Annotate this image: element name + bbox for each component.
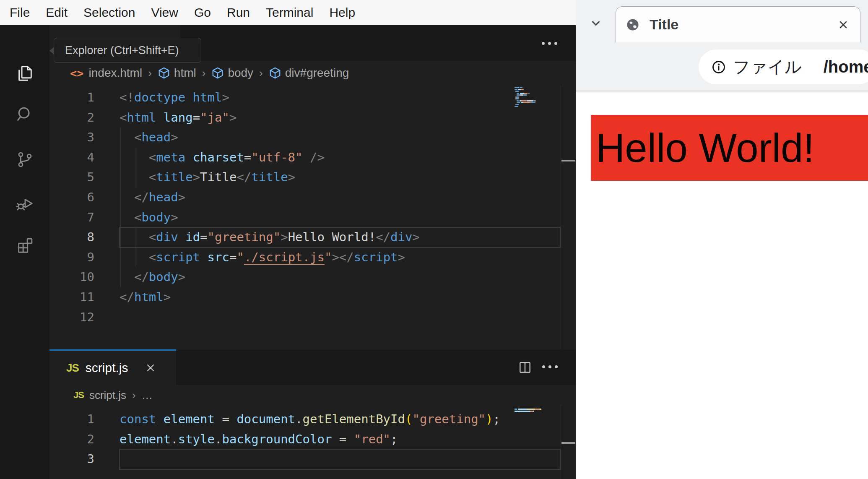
menu-selection[interactable]: Selection <box>75 5 143 20</box>
browser-window: Title ファイル /home/u Hello World! <box>576 0 868 479</box>
symbol-cube-icon <box>211 67 224 79</box>
code-line[interactable]: 12 <box>49 307 576 328</box>
greeting-div: Hello World! <box>591 115 868 181</box>
code-line[interactable]: 6 </head> <box>49 187 576 208</box>
menu-help[interactable]: Help <box>321 5 363 20</box>
tab-title: Title <box>650 16 837 33</box>
tooltip-arrow-icon <box>49 47 54 55</box>
line-number: 9 <box>49 247 94 268</box>
source-control-icon[interactable] <box>0 139 49 180</box>
screen: File Edit Selection View Go Run Terminal… <box>0 0 868 479</box>
code-line[interactable]: 11</html> <box>49 287 576 307</box>
line-number: 2 <box>49 430 94 450</box>
close-icon[interactable] <box>144 362 157 374</box>
run-debug-icon[interactable] <box>0 183 49 224</box>
code-line[interactable]: 2element.style.backgroundColor = "red"; <box>49 430 576 450</box>
menu-bar: File Edit Selection View Go Run Terminal… <box>0 0 576 25</box>
breadcrumb-more[interactable]: … <box>142 389 153 402</box>
js-file-icon: JS <box>66 362 79 375</box>
breadcrumb: <> index.html › html › body › <box>49 61 576 85</box>
browser-tab[interactable]: Title <box>616 6 860 42</box>
browser-toolbar: ファイル /home/u <box>576 42 868 91</box>
activity-bar <box>0 25 49 479</box>
code-line[interactable]: 4 <meta charset="utf-8" /> <box>49 148 576 168</box>
line-number: 2 <box>49 108 94 128</box>
line-number: 1 <box>49 409 94 430</box>
js-editor[interactable]: 1const element = document.getElementById… <box>49 405 576 479</box>
breadcrumb-separator: › <box>202 67 206 80</box>
menu-file[interactable]: File <box>2 5 38 20</box>
menu-terminal[interactable]: Terminal <box>258 5 321 20</box>
line-number: 11 <box>49 287 94 307</box>
breadcrumb-file[interactable]: index.html <box>89 66 143 80</box>
menu-run[interactable]: Run <box>219 5 258 20</box>
breadcrumb-separator: › <box>259 67 263 80</box>
line-number: 12 <box>49 307 94 328</box>
breadcrumb-file[interactable]: script.js <box>89 389 126 402</box>
html-file-icon: <> <box>70 67 84 80</box>
code-line[interactable]: 7 <body> <box>49 208 576 228</box>
code-line[interactable]: 3 <head> <box>49 128 576 148</box>
menu-go[interactable]: Go <box>186 5 219 20</box>
code-line[interactable]: 9 <script src="./script.js"></script> <box>49 247 576 268</box>
vscode-window: File Edit Selection View Go Run Terminal… <box>0 0 576 479</box>
breadcrumb-js: JS script.js › … <box>49 385 576 405</box>
editor-tab-bar-bottom: JS script.js <box>49 349 576 385</box>
globe-icon <box>625 17 640 32</box>
more-actions-icon[interactable] <box>542 365 558 368</box>
breadcrumb-body[interactable]: body <box>211 66 253 80</box>
breadcrumb-div-greeting[interactable]: div#greeting <box>269 66 349 80</box>
search-icon[interactable] <box>0 94 49 134</box>
line-number: 7 <box>49 208 94 228</box>
info-icon[interactable] <box>711 60 726 75</box>
explorer-icon[interactable] <box>0 53 49 94</box>
line-number: 3 <box>49 449 94 469</box>
tooltip-explorer: Explorer (Ctrl+Shift+E) <box>54 38 201 63</box>
browser-tab-strip: Title <box>576 0 868 42</box>
line-number: 6 <box>49 187 94 208</box>
line-number: 1 <box>49 88 94 108</box>
html-editor[interactable]: 1<!doctype html>2<html lang="ja">3 <head… <box>49 85 576 349</box>
line-number: 8 <box>49 227 94 247</box>
tab-label: script.js <box>86 361 128 375</box>
line-number: 4 <box>49 148 94 168</box>
close-icon[interactable] <box>837 19 849 31</box>
breadcrumb-html[interactable]: html <box>158 66 196 80</box>
more-actions-icon[interactable] <box>542 42 557 45</box>
breadcrumb-separator: › <box>132 389 136 402</box>
js-file-icon: JS <box>73 390 84 401</box>
file-scheme-chip[interactable]: ファイル <box>733 55 802 78</box>
greeting-text: Hello World! <box>591 125 814 171</box>
menu-edit[interactable]: Edit <box>38 5 75 20</box>
browser-viewport: Hello World! <box>576 91 868 479</box>
extensions-icon[interactable] <box>0 225 49 266</box>
address-bar[interactable]: ファイル /home/u <box>699 49 868 84</box>
line-number: 10 <box>49 267 94 287</box>
code-line[interactable]: 10 </body> <box>49 267 576 287</box>
chevron-down-icon[interactable] <box>590 17 602 29</box>
line-number: 5 <box>49 167 94 187</box>
code-line[interactable]: 3 <box>49 449 576 469</box>
line-number: 3 <box>49 128 94 148</box>
tab-script-js[interactable]: JS script.js <box>49 349 176 385</box>
url-text[interactable]: /home/u <box>824 57 868 76</box>
code-line[interactable]: 1const element = document.getElementById… <box>49 409 576 430</box>
menu-view[interactable]: View <box>143 5 186 20</box>
breadcrumb-separator: › <box>148 67 152 80</box>
editor-area: <> index.html › html › body › <box>49 25 576 479</box>
symbol-cube-icon <box>158 67 170 79</box>
split-editor-icon[interactable] <box>518 360 532 375</box>
code-line[interactable]: 1<!doctype html> <box>49 88 576 108</box>
code-line[interactable]: 5 <title>Title</title> <box>49 167 576 187</box>
code-line[interactable]: 8 <div id="greeting">Hello World!</div> <box>49 227 576 247</box>
symbol-cube-icon <box>269 67 281 79</box>
code-line[interactable]: 2<html lang="ja"> <box>49 108 576 128</box>
